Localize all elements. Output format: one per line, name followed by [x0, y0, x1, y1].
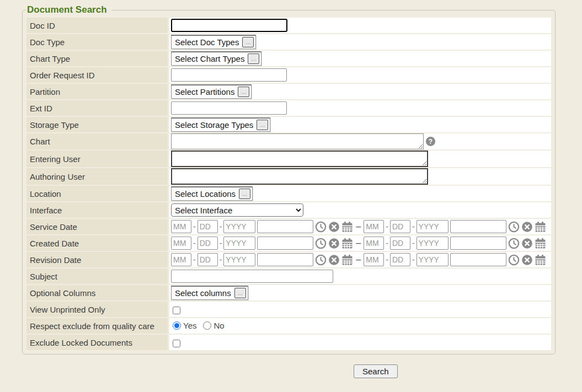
service-to-time-input[interactable] [450, 220, 506, 233]
doc-type-more-button[interactable]: ... [242, 37, 254, 47]
clear-icon[interactable] [328, 254, 340, 266]
respect-exclude-no-radio[interactable] [203, 321, 211, 330]
created-date-from-group: -- [171, 237, 353, 250]
clear-icon[interactable] [521, 254, 533, 266]
partition-picker-text: Select Partitions [175, 87, 234, 96]
revision-to-year-input[interactable] [417, 253, 448, 266]
optional-columns-more-button[interactable]: ... [234, 288, 246, 298]
created-from-year-input[interactable] [223, 237, 255, 250]
respect-exclude-label: Respect exclude from quality care [26, 318, 168, 334]
respect-exclude-yes-radio[interactable] [173, 321, 181, 330]
calendar-icon[interactable] [535, 221, 546, 233]
service-from-month-input[interactable] [171, 220, 191, 233]
clock-icon[interactable] [315, 221, 327, 233]
subject-input[interactable] [171, 270, 333, 283]
calendar-icon[interactable] [341, 221, 353, 233]
created-from-day-input[interactable] [197, 237, 218, 250]
partition-picker[interactable]: Select Partitions ... [171, 84, 252, 99]
storage-type-picker[interactable]: Select Storage Types ... [171, 117, 270, 132]
revision-from-time-input[interactable] [257, 253, 313, 266]
search-fields-table: Doc ID Doc Type Select Doc Types ... Cha… [25, 17, 553, 351]
doc-id-input[interactable] [171, 19, 287, 32]
created-from-month-input[interactable] [171, 237, 191, 250]
revision-to-time-input[interactable] [450, 253, 506, 266]
service-to-day-input[interactable] [390, 220, 410, 233]
service-to-month-input[interactable] [364, 220, 384, 233]
exclude-locked-checkbox[interactable] [173, 340, 180, 347]
created-from-time-input[interactable] [257, 237, 313, 250]
authoring-user-textarea[interactable] [171, 168, 428, 185]
service-to-year-input[interactable] [417, 220, 448, 233]
date-range-separator: – [353, 255, 364, 264]
created-to-month-input[interactable] [364, 237, 384, 250]
clear-icon[interactable] [328, 238, 340, 249]
revision-from-month-input[interactable] [171, 253, 191, 266]
search-button[interactable]: Search [354, 364, 398, 378]
doc-type-picker[interactable]: Select Doc Types ... [171, 35, 256, 49]
respect-exclude-radio-group: Yes No [173, 321, 229, 330]
chart-type-picker[interactable]: Select Chart Types ... [171, 51, 261, 66]
revision-to-day-input[interactable] [390, 253, 410, 266]
view-unprinted-label: View Unprinted Only [26, 302, 168, 317]
created-to-time-input[interactable] [450, 237, 506, 250]
calendar-icon[interactable] [535, 238, 546, 249]
service-date-label: Service Date [26, 219, 168, 234]
entering-user-textarea[interactable] [171, 151, 428, 167]
row-respect-exclude: Respect exclude from quality care Yes No [26, 318, 551, 334]
date-range-separator: – [353, 238, 364, 248]
revision-from-year-input[interactable] [223, 253, 255, 266]
row-ext-id: Ext ID [26, 100, 551, 116]
view-unprinted-checkbox[interactable] [173, 307, 180, 314]
order-request-id-input[interactable] [171, 68, 287, 82]
revision-date-to-group: -- [364, 253, 546, 266]
search-button-row: Search [354, 364, 582, 378]
row-chart-type: Chart Type Select Chart Types ... [26, 51, 551, 66]
clear-icon[interactable] [521, 238, 533, 249]
location-picker[interactable]: Select Locations ... [171, 186, 253, 201]
row-entering-user: Entering User [26, 151, 551, 167]
clear-icon[interactable] [521, 221, 533, 233]
created-date-to-group: -- [364, 237, 546, 250]
clear-icon[interactable] [328, 221, 340, 233]
chart-textarea[interactable] [171, 133, 424, 149]
location-label: Location [26, 186, 168, 201]
service-from-day-input[interactable] [197, 220, 218, 233]
row-created-date: Created Date -- – -- [26, 235, 551, 251]
optional-columns-label: Optional Columns [26, 285, 168, 300]
service-from-year-input[interactable] [223, 220, 255, 233]
clock-icon[interactable] [315, 254, 327, 266]
chart-type-more-button[interactable]: ... [248, 53, 259, 64]
ext-id-input[interactable] [171, 101, 287, 115]
revision-from-day-input[interactable] [197, 253, 218, 266]
optional-columns-picker-text: Select columns [175, 288, 231, 298]
row-doc-id: Doc ID [26, 18, 551, 33]
respect-exclude-no-label: No [213, 321, 224, 330]
row-subject: Subject [26, 269, 551, 284]
row-partition: Partition Select Partitions ... [26, 84, 551, 99]
service-date-from-group: -- [171, 220, 353, 233]
clock-icon[interactable] [315, 238, 327, 249]
row-doc-type: Doc Type Select Doc Types ... [26, 34, 551, 50]
date-range-separator: – [353, 222, 364, 231]
exclude-locked-label: Exclude Locked Documents [26, 335, 168, 350]
calendar-icon[interactable] [341, 254, 353, 266]
location-more-button[interactable]: ... [239, 189, 250, 199]
service-from-time-input[interactable] [257, 220, 313, 233]
created-date-label: Created Date [26, 235, 168, 251]
interface-select[interactable]: Select Interface [171, 203, 303, 217]
optional-columns-picker[interactable]: Select columns ... [171, 286, 248, 300]
clock-icon[interactable] [508, 238, 520, 249]
row-service-date: Service Date -- – -- [26, 219, 551, 234]
help-icon[interactable]: ? [426, 137, 435, 146]
clock-icon[interactable] [508, 254, 520, 266]
chart-type-label: Chart Type [26, 51, 168, 66]
partition-more-button[interactable]: ... [238, 87, 249, 97]
revision-to-month-input[interactable] [364, 253, 384, 266]
created-to-day-input[interactable] [390, 237, 410, 250]
storage-type-more-button[interactable]: ... [257, 120, 268, 130]
created-to-year-input[interactable] [417, 237, 448, 250]
calendar-icon[interactable] [535, 254, 546, 266]
authoring-user-label: Authoring User [26, 168, 168, 185]
calendar-icon[interactable] [341, 238, 353, 249]
clock-icon[interactable] [508, 221, 520, 233]
